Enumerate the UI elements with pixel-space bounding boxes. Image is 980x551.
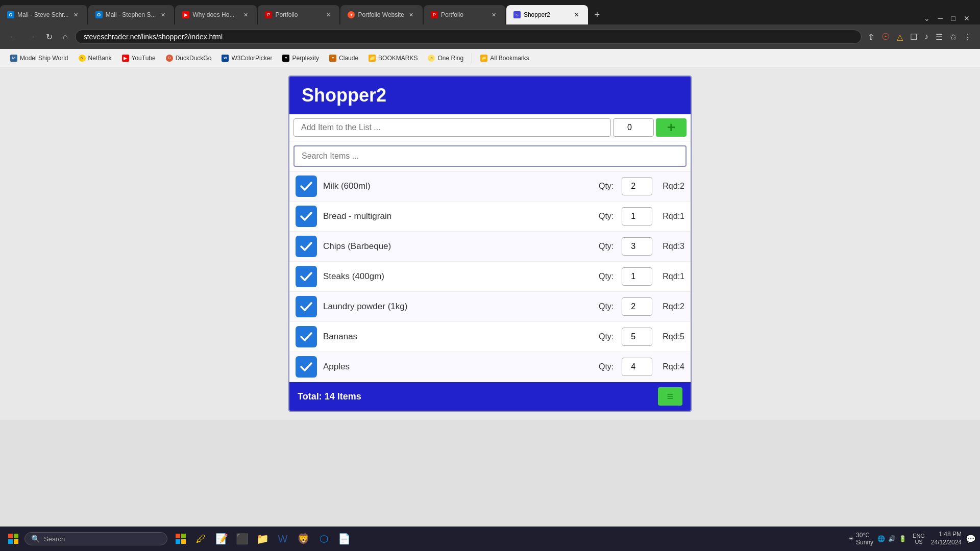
clock-time: 1:48 PM bbox=[939, 531, 962, 539]
taskbar-app-windows[interactable] bbox=[172, 530, 190, 548]
qty-label-4: Qty: bbox=[599, 302, 614, 311]
warning-icon[interactable]: △ bbox=[895, 30, 905, 44]
tab-close-mail-stephen[interactable]: ✕ bbox=[159, 11, 167, 19]
taskbar-app-terminal[interactable]: ⬛ bbox=[233, 530, 251, 548]
close-window-button[interactable]: ✕ bbox=[962, 12, 972, 24]
music-icon[interactable]: ♪ bbox=[922, 30, 930, 43]
qty-label-2: Qty: bbox=[599, 242, 614, 251]
qty-input-0[interactable] bbox=[622, 177, 652, 195]
taskbar-app-word[interactable]: W bbox=[274, 530, 292, 548]
brave-shield-icon[interactable]: ☉ bbox=[879, 29, 892, 44]
item-name-3: Steaks (400gm) bbox=[323, 271, 593, 282]
favicon-modelship: M bbox=[10, 55, 17, 62]
notification-icon[interactable]: 💬 bbox=[966, 534, 976, 544]
favicon-duckduckgo: D bbox=[166, 55, 173, 62]
battery-icon[interactable]: 🔋 bbox=[899, 535, 906, 542]
qty-input-6[interactable] bbox=[622, 358, 652, 376]
footer-total: Total: 14 Items bbox=[298, 391, 361, 402]
home-button[interactable]: ⌂ bbox=[60, 30, 71, 43]
back-button[interactable]: ← bbox=[6, 30, 20, 43]
item-checkbox-4[interactable] bbox=[296, 296, 317, 317]
list-item: Chips (Barbeque) Qty: Rqd:3 bbox=[289, 232, 691, 262]
favicon-youtube-bm: ▶ bbox=[122, 55, 129, 62]
extensions-icon[interactable]: ☐ bbox=[908, 30, 919, 44]
menu-icon[interactable]: ⋮ bbox=[962, 30, 974, 44]
tab-portfolio2[interactable]: P Portfolio ✕ bbox=[424, 5, 505, 24]
tab-close-portfolio-web[interactable]: ✕ bbox=[407, 11, 415, 19]
bookmark-duckduckgo[interactable]: D DuckDuckGo bbox=[162, 53, 216, 63]
taskbar-app-sticky[interactable]: 📝 bbox=[212, 530, 231, 548]
taskbar: 🔍 Search 🖊 📝 ⬛ 📁 W 🦁 ⬡ 📄 ☀ 30°C Sunny bbox=[0, 527, 980, 551]
add-qty-input[interactable] bbox=[613, 118, 654, 137]
item-checkbox-3[interactable] bbox=[296, 266, 317, 287]
bookmark-claude-label: Claude bbox=[339, 55, 358, 62]
maximize-button[interactable]: □ bbox=[949, 12, 958, 24]
taskbar-search-icon: 🔍 bbox=[31, 535, 40, 543]
bookmark-claude[interactable]: ✦ Claude bbox=[325, 53, 362, 63]
favicon-onering: ○ bbox=[428, 55, 435, 62]
add-item-input[interactable] bbox=[293, 118, 611, 137]
qty-input-1[interactable] bbox=[622, 207, 652, 226]
search-row bbox=[289, 141, 691, 171]
reload-button[interactable]: ↻ bbox=[43, 30, 56, 44]
network-icon[interactable]: 🌐 bbox=[877, 535, 885, 542]
forward-button[interactable]: → bbox=[24, 30, 39, 43]
item-name-1: Bread - multigrain bbox=[323, 211, 593, 221]
bookmark-netbank[interactable]: N NetBank bbox=[75, 53, 116, 63]
volume-icon[interactable]: 🔊 bbox=[888, 535, 896, 542]
tab-close-shopper[interactable]: ✕ bbox=[573, 11, 581, 19]
checkmark-icon bbox=[299, 239, 313, 254]
tab-mail-stephen[interactable]: O Mail - Stephen S... ✕ bbox=[88, 5, 175, 24]
tab-close-portfolio2[interactable]: ✕ bbox=[490, 11, 498, 19]
bookmark-youtube[interactable]: ▶ YouTube bbox=[118, 53, 160, 63]
taskbar-search-box[interactable]: 🔍 Search bbox=[24, 532, 167, 545]
address-input[interactable] bbox=[75, 30, 862, 44]
qty-input-3[interactable] bbox=[622, 267, 652, 286]
tab-list-button[interactable]: ⌄ bbox=[922, 12, 932, 24]
qty-input-2[interactable] bbox=[622, 237, 652, 256]
tab-favicon-portfolio2: P bbox=[431, 11, 438, 18]
qty-input-4[interactable] bbox=[622, 297, 652, 316]
bookmark-w3[interactable]: W W3ColorPicker bbox=[217, 53, 276, 63]
tab-portfolio1[interactable]: P Portfolio ✕ bbox=[258, 5, 339, 24]
taskbar-app-vscode[interactable]: ⬡ bbox=[314, 530, 333, 548]
taskbar-app-paint[interactable]: 🖊 bbox=[192, 530, 210, 548]
svg-rect-4 bbox=[176, 534, 180, 538]
tab-portfolio-web[interactable]: ✦ Portfolio Website ✕ bbox=[340, 5, 423, 24]
tab-shopper[interactable]: S Shopper2 ✕ bbox=[506, 5, 588, 24]
qty-input-5[interactable] bbox=[622, 328, 652, 346]
minimize-button[interactable]: ─ bbox=[936, 12, 945, 24]
shopper-header: Shopper2 bbox=[289, 77, 691, 114]
sidebar-icon[interactable]: ☰ bbox=[934, 30, 945, 44]
item-checkbox-6[interactable] bbox=[296, 356, 317, 378]
item-checkbox-5[interactable] bbox=[296, 326, 317, 347]
bookmark-modelship[interactable]: M Model Ship World bbox=[6, 53, 72, 63]
page-area: Shopper2 + Milk (600ml) Qty: Rqd:2 bbox=[0, 67, 980, 420]
tab-close-youtube[interactable]: ✕ bbox=[241, 11, 250, 19]
taskbar-app-notepad[interactable]: 📄 bbox=[335, 530, 353, 548]
item-checkbox-0[interactable] bbox=[296, 176, 317, 197]
new-tab-button[interactable]: + bbox=[589, 5, 605, 24]
footer-action-button[interactable]: ≡ bbox=[658, 387, 682, 406]
tab-mail-steve[interactable]: O Mail - Steve Schr... ✕ bbox=[0, 5, 87, 24]
bookmark-bookmarks[interactable]: 📁 BOOKMARKS bbox=[364, 53, 422, 63]
bookmark-perplexity[interactable]: ✦ Perplexity bbox=[278, 53, 323, 63]
add-item-button[interactable]: + bbox=[656, 118, 687, 137]
start-button[interactable] bbox=[4, 530, 22, 548]
search-items-input[interactable] bbox=[293, 145, 687, 167]
item-checkbox-2[interactable] bbox=[296, 236, 317, 257]
share-icon[interactable]: ⇧ bbox=[866, 30, 876, 44]
bookmark-onering[interactable]: ○ One Ring bbox=[424, 53, 468, 63]
rqd-label-1: Rqd:1 bbox=[663, 212, 684, 221]
taskbar-app-brave[interactable]: 🦁 bbox=[294, 530, 312, 548]
tab-youtube[interactable]: ▶ Why does Ho... ✕ bbox=[175, 5, 257, 24]
taskbar-app-files[interactable]: 📁 bbox=[253, 530, 272, 548]
shopper-footer: Total: 14 Items ≡ bbox=[289, 382, 691, 411]
tab-close-portfolio1[interactable]: ✕ bbox=[324, 11, 332, 19]
favorites-icon[interactable]: ✩ bbox=[948, 30, 959, 44]
item-checkbox-1[interactable] bbox=[296, 206, 317, 227]
tab-close-mail-steve[interactable]: ✕ bbox=[72, 11, 80, 19]
bookmark-allbookmarks[interactable]: 📁 All Bookmarks bbox=[476, 53, 533, 63]
svg-rect-1 bbox=[14, 534, 18, 538]
taskbar-clock[interactable]: 1:48 PM 24/12/2024 bbox=[931, 531, 962, 546]
